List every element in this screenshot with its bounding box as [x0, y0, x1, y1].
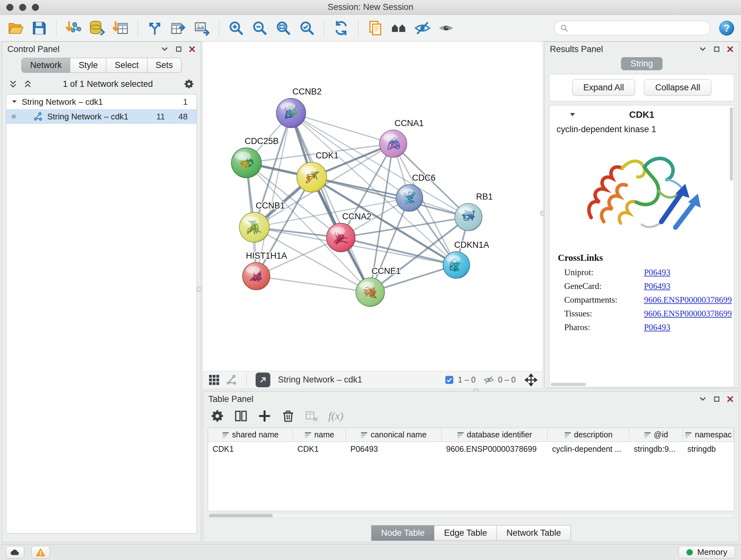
node-CCNE1[interactable]: [356, 278, 385, 307]
import-table-file-button[interactable]: [110, 18, 131, 38]
column-header-database-identifier[interactable]: database identifier: [442, 428, 548, 442]
column-header-shared-name[interactable]: shared name: [208, 428, 293, 442]
hide-selected-button[interactable]: [412, 18, 433, 38]
minimize-window-button[interactable]: [19, 4, 26, 11]
column-header-namespac[interactable]: namespac: [683, 428, 734, 442]
grid-view-icon[interactable]: [208, 374, 220, 386]
selected-checkbox-icon[interactable]: [445, 375, 454, 385]
float-panel-icon[interactable]: [713, 46, 720, 53]
node-CDK1[interactable]: [297, 162, 327, 192]
table-cell[interactable]: CDK1: [208, 442, 293, 456]
table-cell[interactable]: P06493: [346, 442, 442, 456]
chevron-down-icon[interactable]: [698, 46, 707, 53]
network-collection-row[interactable]: String Network – cdk1 1: [6, 95, 197, 109]
import-network-database-button[interactable]: [86, 18, 108, 38]
float-panel-icon[interactable]: [175, 46, 182, 53]
table-cell[interactable]: stringdb: [683, 442, 734, 456]
tab-style[interactable]: Style: [70, 58, 106, 73]
crosslink-compartments[interactable]: 9606.ENSP00000378699: [644, 295, 732, 305]
close-panel-icon[interactable]: [727, 395, 734, 402]
copy-button[interactable]: [365, 18, 386, 38]
tab-edge-table[interactable]: Edge Table: [434, 525, 497, 541]
memory-button[interactable]: Memory: [678, 546, 735, 559]
scrollbar-thumb[interactable]: [209, 514, 273, 517]
node-CDC25B[interactable]: [231, 148, 261, 178]
float-panel-icon[interactable]: [713, 395, 720, 402]
horizontal-scrollbar[interactable]: [551, 383, 586, 386]
gear-icon[interactable]: [184, 78, 194, 89]
edge-CCNB2-CCNE1[interactable]: [291, 113, 370, 292]
select-columns-icon[interactable]: [234, 409, 248, 423]
tab-select[interactable]: Select: [106, 58, 147, 73]
add-column-icon[interactable]: [258, 409, 272, 423]
crosslink-pharos[interactable]: P06493: [644, 322, 670, 332]
tab-network[interactable]: Network: [21, 58, 70, 73]
edge-CDK1-RB1[interactable]: [312, 177, 468, 217]
tab-string[interactable]: String: [621, 57, 663, 70]
expand-all-button[interactable]: Expand All: [572, 79, 635, 96]
export-image-button[interactable]: [192, 18, 212, 38]
edge-HIST1H1A-CCNE1[interactable]: [256, 276, 370, 292]
expand-all-icon[interactable]: [23, 79, 32, 88]
tree-expander-icon[interactable]: [11, 99, 17, 105]
node-CCNB2[interactable]: [276, 98, 306, 128]
network-row[interactable]: String Network – cdk1 11 48: [6, 109, 197, 124]
delete-column-icon[interactable]: [281, 409, 295, 423]
refresh-layout-button[interactable]: [331, 18, 352, 38]
zoom-out-button[interactable]: [249, 18, 270, 38]
node-CCNB1[interactable]: [239, 212, 269, 242]
chevron-down-icon[interactable]: [160, 46, 169, 53]
warnings-button[interactable]: [31, 546, 50, 559]
vertical-scrollbar[interactable]: [730, 107, 733, 181]
function-builder-button[interactable]: f(x): [328, 410, 343, 422]
table-row[interactable]: CDK1CDK1P064939606.ENSP00000378699cyclin…: [208, 442, 734, 456]
close-window-button[interactable]: [6, 4, 13, 11]
edge-CCNA2-CDKN1A[interactable]: [341, 238, 456, 265]
birdseye-view-icon[interactable]: [225, 374, 238, 386]
crosslink-uniprot[interactable]: P06493: [644, 267, 670, 277]
crosslink-tissues[interactable]: 9606.ENSP00000378699: [644, 309, 732, 319]
pan-move-icon[interactable]: [525, 374, 537, 386]
column-header-description[interactable]: description: [548, 428, 629, 442]
table-horizontal-scrollbar[interactable]: [208, 513, 734, 518]
node-CDKN1A[interactable]: [443, 252, 470, 278]
zoom-fit-button[interactable]: [273, 18, 294, 38]
node-RB1[interactable]: [455, 203, 482, 231]
node-CDC6[interactable]: [396, 185, 423, 211]
node-CCNA1[interactable]: [380, 130, 407, 158]
hidden-eye-slash-icon[interactable]: [484, 375, 494, 385]
node-HIST1H1A[interactable]: [243, 262, 270, 290]
chevron-down-icon[interactable]: [698, 395, 707, 402]
column-header-canonical-name[interactable]: canonical name: [346, 428, 442, 442]
open-in-browser-button[interactable]: [256, 373, 270, 387]
help-button[interactable]: ?: [718, 19, 736, 37]
tab-node-table[interactable]: Node Table: [371, 525, 434, 541]
column-header-name[interactable]: name: [293, 428, 346, 442]
cloud-status-button[interactable]: [6, 546, 24, 559]
zoom-selected-button[interactable]: [296, 18, 318, 38]
network-tools-button[interactable]: [144, 18, 165, 38]
maximize-window-button[interactable]: [32, 4, 39, 11]
collapse-all-button[interactable]: Collapse All: [644, 79, 711, 96]
open-session-button[interactable]: [5, 18, 26, 38]
column-header--id[interactable]: @id: [629, 428, 683, 442]
splitter-handle[interactable]: [197, 287, 202, 292]
home-button[interactable]: [388, 18, 409, 38]
tab-network-table[interactable]: Network Table: [497, 525, 571, 541]
node-CCNA2[interactable]: [327, 223, 355, 252]
show-all-button[interactable]: [435, 18, 457, 38]
table-cell[interactable]: CDK1: [293, 442, 346, 456]
section-expander-icon[interactable]: [569, 112, 576, 118]
table-cell[interactable]: cyclin-dependent ...: [548, 442, 629, 456]
close-panel-icon[interactable]: [727, 46, 734, 53]
table-settings-gear-icon[interactable]: [210, 409, 224, 423]
search-input[interactable]: [571, 23, 704, 33]
table-cell[interactable]: 9606.ENSP00000378699: [442, 442, 548, 456]
tab-sets[interactable]: Sets: [147, 58, 182, 73]
edge-CCNB2-CCNA1[interactable]: [291, 113, 393, 144]
collapse-all-icon[interactable]: [9, 79, 17, 88]
save-session-button[interactable]: [29, 18, 50, 38]
crosslink-genecard[interactable]: P06493: [644, 281, 670, 291]
import-network-file-button[interactable]: [63, 18, 84, 38]
network-view-canvas[interactable]: CCNB2CCNA1CDC25BCDK1CDC6RB1CCNB1CCNA2CDK…: [203, 42, 542, 371]
